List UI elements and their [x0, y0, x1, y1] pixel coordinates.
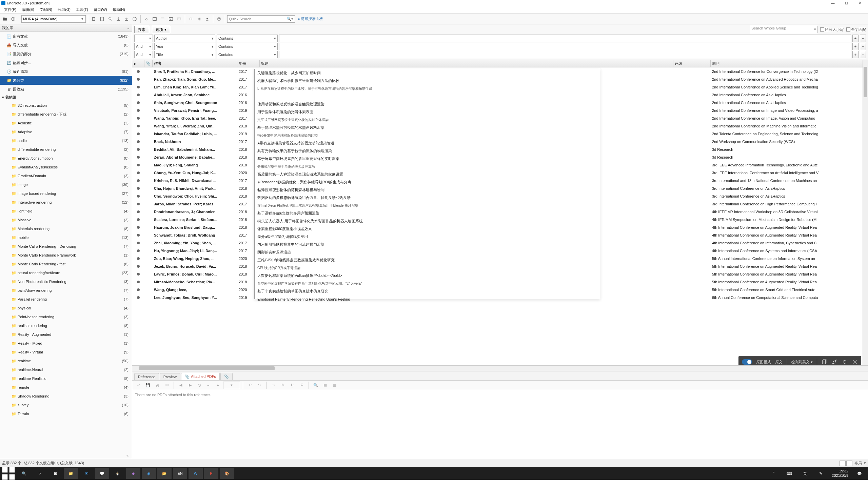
- sidebar-group-item[interactable]: 📁Acoustic(2): [0, 119, 132, 127]
- menu-window[interactable]: 窗口(W): [91, 6, 110, 13]
- format-icon[interactable]: [159, 15, 166, 23]
- layout-label[interactable]: 布局: [854, 461, 862, 466]
- sidebar-group-item[interactable]: 📁image(39): [0, 180, 132, 189]
- groups-header[interactable]: ▾ 我的组: [0, 94, 132, 101]
- fulltext-icon[interactable]: [131, 15, 138, 23]
- copy-icon[interactable]: [821, 359, 827, 365]
- remove-row-button[interactable]: −: [860, 43, 866, 50]
- sidebar-item[interactable]: 📁未分类(832): [0, 76, 132, 85]
- sidebar-group-item[interactable]: 📁remote(4): [0, 383, 132, 392]
- next-page-icon[interactable]: ▶: [186, 382, 194, 389]
- vertical-scrollbar[interactable]: [863, 60, 868, 371]
- input-icon[interactable]: ✎: [813, 468, 828, 479]
- qq-icon[interactable]: 🐧: [111, 468, 125, 479]
- vs-icon[interactable]: ◆: [126, 468, 140, 479]
- share-icon[interactable]: [195, 15, 203, 23]
- note-icon[interactable]: ▭: [269, 382, 277, 389]
- add-row-button[interactable]: +: [852, 43, 859, 50]
- taskview-icon[interactable]: ⊞: [48, 468, 62, 479]
- export-icon[interactable]: [123, 15, 130, 23]
- sidebar-item[interactable]: 🔄配置同步...: [0, 58, 132, 67]
- sidebar-group-item[interactable]: 📁Reality - Mixed(1): [0, 339, 132, 348]
- col-read[interactable]: ●: [132, 60, 144, 67]
- add-row-button[interactable]: +: [852, 51, 859, 58]
- op-select[interactable]: Contains▾: [217, 35, 278, 42]
- remove-row-button[interactable]: −: [860, 51, 866, 58]
- criteria-input[interactable]: [279, 35, 851, 42]
- sidebar-group-item[interactable]: 📁Reality - Virtual(9): [0, 348, 132, 357]
- sidebar-item[interactable]: 📄所有文献(1643): [0, 32, 132, 41]
- sidebar-group-item[interactable]: 📁Evaluat/Analysis/assess(8): [0, 163, 132, 171]
- horizontal-scrollbar[interactable]: [132, 365, 868, 371]
- reference-rows[interactable]: Shroff, Pratiksha H.; Chaudhary, ... 201…: [132, 67, 868, 365]
- underline-icon[interactable]: U̲: [288, 382, 296, 389]
- col-journal[interactable]: 期刊: [711, 60, 868, 67]
- sidebar-group-item[interactable]: 📁Energy /consumption(0): [0, 154, 132, 163]
- ime-icon[interactable]: 英: [798, 468, 812, 479]
- highlight-icon[interactable]: ✎: [279, 382, 287, 389]
- add-row-button[interactable]: +: [852, 35, 859, 42]
- pdf-icon[interactable]: P: [204, 468, 218, 479]
- op-select[interactable]: Contains▾: [217, 43, 278, 50]
- options-button[interactable]: 选项▾: [152, 26, 170, 33]
- sidebar-group-item[interactable]: 📁audio(13): [0, 136, 132, 145]
- op-select[interactable]: Contains▾: [217, 51, 278, 58]
- zoom-in-icon[interactable]: +: [214, 382, 222, 389]
- sidebar-item[interactable]: 🕒最近添加(81): [0, 67, 132, 76]
- sidebar-group-item[interactable]: 📁Shadow Rendering(3): [0, 392, 132, 401]
- collapse-icon[interactable]: «: [126, 453, 131, 458]
- sidebar-group-item[interactable]: 📁Adaptive(7): [0, 127, 132, 136]
- sidebar-group-item[interactable]: 📁Terrain(6): [0, 409, 132, 418]
- find-icon[interactable]: 🔍: [312, 382, 320, 389]
- close-icon[interactable]: [852, 359, 858, 365]
- attach-icon[interactable]: [143, 15, 150, 23]
- explorer-icon[interactable]: 📁: [64, 468, 78, 479]
- panels-icon[interactable]: ▦: [321, 382, 329, 389]
- keyboard-icon[interactable]: ⌨: [782, 468, 796, 479]
- mode-label[interactable]: 原图模式: [756, 360, 771, 365]
- menu-groups[interactable]: 分组(G): [55, 6, 73, 13]
- sidebar-group-item[interactable]: 📁physical(4): [0, 304, 132, 312]
- minimize-button[interactable]: —: [826, 0, 840, 6]
- field-select[interactable]: Title▾: [154, 51, 215, 58]
- sidebar-group-item[interactable]: 📁realtime-Neural(2): [0, 365, 132, 374]
- print-icon[interactable]: 🖨: [153, 382, 161, 389]
- chat-icon[interactable]: 💬: [95, 468, 109, 479]
- detect-label[interactable]: 检测到英文 ▾: [791, 360, 813, 365]
- sidebar-group-item[interactable]: 📁Gradient-Domain(3): [0, 171, 132, 180]
- import-icon[interactable]: [115, 15, 122, 23]
- col-title[interactable]: 标题: [260, 60, 673, 67]
- open-pdf-icon[interactable]: ⤢: [134, 382, 142, 389]
- sidebar-group-item[interactable]: 📁Parallel rendering(7): [0, 295, 132, 304]
- zoom-select[interactable]: ▾: [223, 382, 240, 389]
- sidebar-group-item[interactable]: 📁Massive(3): [0, 216, 132, 224]
- layout-btn-1[interactable]: [840, 461, 846, 466]
- clock[interactable]: 19:32 2021/10/9: [829, 469, 851, 478]
- sidebar-group-item[interactable]: 📁mobile(13): [0, 233, 132, 242]
- original-label[interactable]: 原文: [775, 360, 783, 365]
- folder-icon[interactable]: [1, 15, 9, 23]
- sidebar-item[interactable]: 📑重复的部分(319): [0, 49, 132, 58]
- maximize-button[interactable]: ◻: [840, 0, 853, 6]
- close-button[interactable]: ✕: [853, 0, 867, 6]
- word-icon[interactable]: W: [189, 468, 203, 479]
- edit-icon[interactable]: [831, 359, 837, 365]
- sidebar-group-item[interactable]: 📁Point-based rendering(3): [0, 312, 132, 321]
- sidebar-group-item[interactable]: 📁Reality - Augmented(1): [0, 330, 132, 339]
- insert-cite-icon[interactable]: [151, 15, 158, 23]
- goto-word-icon[interactable]: [167, 15, 175, 23]
- sidebar-item[interactable]: 🗑回收站(1195): [0, 85, 132, 94]
- tab-add-attachment[interactable]: 📎: [220, 373, 233, 380]
- sidebar-group-item[interactable]: 📁Non-Photorealistic Rendering(3): [0, 277, 132, 286]
- sidebar-group-item[interactable]: 📁light field(4): [0, 207, 132, 216]
- style-selector[interactable]: MHRA (Author-Date) ▾: [21, 15, 86, 23]
- copy-icon[interactable]: [90, 15, 98, 23]
- col-year[interactable]: 年份: [237, 60, 260, 67]
- sidebar-group-item[interactable]: 📁neural rendering/net/learn(23): [0, 268, 132, 277]
- tab-preview[interactable]: Preview: [160, 373, 180, 380]
- endnote-icon[interactable]: EN: [173, 468, 187, 479]
- sidebar-group-item[interactable]: 📁paint/draw rendering(7): [0, 286, 132, 295]
- sidebar-group-item[interactable]: 📁differentiable rendering(2): [0, 145, 132, 154]
- col-attach[interactable]: 📎: [144, 60, 153, 67]
- email-icon[interactable]: [175, 15, 183, 23]
